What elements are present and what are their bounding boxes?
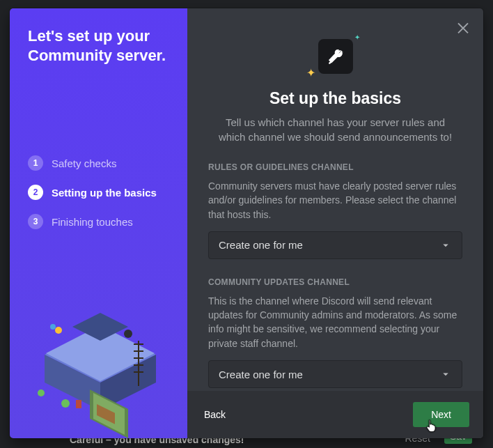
step-number: 2 (28, 185, 43, 200)
select-value: Create one for me (219, 239, 303, 251)
svg-rect-13 (97, 404, 115, 424)
wrench-icon-box (318, 39, 353, 74)
rules-channel-label: RULES OR GUIDELINES CHANNEL (208, 162, 462, 172)
rules-channel-select[interactable]: Create one for me (208, 231, 462, 259)
svg-marker-6 (93, 393, 125, 435)
svg-point-14 (124, 330, 132, 338)
svg-point-16 (50, 324, 56, 330)
sidebar-title: Let's set up your Community server. (28, 26, 169, 65)
setup-main-panel: ✦ ✦ Set up the basics Tell us which chan… (187, 8, 483, 438)
step-setting-up-basics[interactable]: 2 Setting up the basics (28, 185, 169, 200)
svg-point-17 (61, 399, 70, 408)
step-number: 3 (28, 214, 43, 229)
setup-sidebar: Let's set up your Community server. 1 Sa… (10, 8, 187, 438)
svg-point-15 (55, 327, 62, 334)
svg-marker-0 (45, 327, 156, 383)
svg-marker-4 (100, 355, 156, 410)
sparkle-icon: ✦ (354, 33, 360, 41)
svg-marker-1 (46, 325, 155, 381)
svg-marker-5 (90, 389, 128, 438)
svg-rect-19 (76, 400, 81, 408)
modal-footer: Back Next (187, 391, 483, 438)
main-heading: Set up the basics (208, 89, 462, 108)
star-icon: ✦ (306, 66, 315, 79)
step-label: Setting up the basics (52, 187, 157, 199)
back-button[interactable]: Back (201, 403, 228, 426)
chevron-down-icon (439, 368, 452, 380)
updates-channel-description: This is the channel where Discord will s… (208, 294, 462, 350)
select-value: Create one for me (219, 369, 303, 380)
step-number: 1 (28, 155, 43, 171)
svg-marker-3 (45, 355, 100, 410)
sidebar-illustration (10, 292, 187, 438)
updates-channel-select[interactable]: Create one for me (208, 360, 462, 388)
step-finishing-touches[interactable]: 3 Finishing touches (28, 214, 169, 229)
step-label: Finishing touches (52, 216, 133, 228)
chevron-down-icon (439, 239, 452, 252)
main-subtitle: Tell us which channel has your server ru… (208, 115, 462, 144)
header-icon-wrap: ✦ ✦ (315, 33, 357, 75)
next-button[interactable]: Next (413, 402, 469, 427)
close-icon (455, 19, 471, 36)
svg-point-18 (38, 389, 45, 396)
wrench-icon (327, 47, 345, 65)
svg-marker-2 (72, 313, 128, 341)
cursor-pointer-icon (425, 419, 438, 433)
setup-steps-list: 1 Safety checks 2 Setting up the basics … (28, 155, 169, 229)
community-setup-modal: Let's set up your Community server. 1 Sa… (10, 8, 483, 438)
step-safety-checks[interactable]: 1 Safety checks (28, 155, 169, 171)
step-label: Safety checks (52, 157, 116, 169)
close-button[interactable] (455, 19, 473, 37)
rules-channel-description: Community servers must have clearly post… (208, 179, 462, 222)
updates-channel-label: COMMUNITY UPDATES CHANNEL (208, 277, 462, 287)
